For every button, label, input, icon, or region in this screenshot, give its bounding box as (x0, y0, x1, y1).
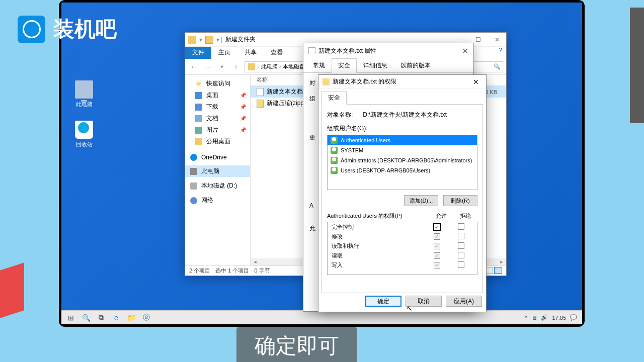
properties-titlebar[interactable]: 新建文本文档.txt 属性 ✕ (303, 43, 473, 58)
close-button[interactable]: ✕ (470, 78, 482, 86)
nav-forward-button[interactable]: → (202, 63, 213, 71)
cloud-icon (190, 154, 197, 161)
task-view-button[interactable]: ⧉ (94, 311, 109, 324)
user-group-icon (331, 157, 338, 164)
permission-row: 写入 (328, 260, 477, 270)
sidebar-downloads[interactable]: 下载📌 (185, 101, 250, 113)
deny-checkbox[interactable] (458, 252, 464, 258)
remove-button[interactable]: 删除(R) (443, 195, 477, 206)
subtitle: 确定即可 (236, 327, 357, 362)
folder-open-icon (205, 36, 213, 44)
add-button[interactable]: 添加(D)... (404, 195, 438, 206)
tab-view[interactable]: 查看 (264, 47, 290, 59)
tab-general[interactable]: 常规 (306, 58, 332, 73)
minimize-button[interactable]: — (453, 36, 465, 43)
sidebar-pictures[interactable]: 图片📌 (185, 124, 250, 136)
brand-logo (18, 16, 45, 43)
sidebar-public-desktop[interactable]: 公用桌面 (185, 136, 250, 147)
notifications-icon[interactable]: 💬 (570, 314, 577, 321)
allow-checkbox[interactable] (434, 243, 440, 249)
deny-checkbox[interactable] (458, 242, 464, 249)
deny-checkbox[interactable] (458, 261, 464, 268)
folder-icon (188, 36, 196, 44)
permissions-titlebar[interactable]: 新建文本文档.txt 的权限 ✕ (318, 75, 486, 89)
nav-history-button[interactable]: ▼ (216, 64, 227, 69)
text-file-icon (308, 47, 315, 54)
search-icon[interactable]: 🔍 (494, 63, 501, 70)
folder-icon (323, 78, 330, 85)
desktop-icon-this-pc[interactable]: 此电脑 (69, 80, 99, 108)
user-group-icon (331, 137, 338, 144)
ie-button[interactable]: ⓔ (139, 311, 154, 324)
sidebar-local-disk[interactable]: 本地磁盘 (D:) (185, 180, 250, 192)
star-icon (195, 80, 202, 87)
allow-checkbox[interactable] (434, 262, 440, 268)
allow-checkbox[interactable] (434, 224, 440, 230)
user-group-icon (331, 167, 338, 174)
recycle-bin-icon (75, 121, 93, 139)
allow-checkbox[interactable] (434, 252, 440, 259)
folder-icon (195, 138, 202, 145)
sidebar-this-pc[interactable]: 此电脑 (185, 165, 250, 177)
desktop[interactable]: 此电脑 回收站 ▾ ▾ | 新建文件夹 — ☐ ✕ 文件 主页 共享 查看 (61, 3, 582, 324)
brand-name: 装机吧 (53, 15, 117, 43)
users-list[interactable]: Authenticated Users SYSTEM Administrator… (327, 135, 477, 190)
user-item[interactable]: Users (DESKTOP-ARRGB05\Users) (328, 165, 477, 175)
permissions-list[interactable]: 完全控制 修改 读取和执行 读取 (327, 222, 477, 275)
explorer-button[interactable]: 📁 (124, 311, 139, 324)
close-button[interactable]: ✕ (462, 46, 468, 56)
cancel-button[interactable]: 取消 (406, 296, 442, 307)
scroll-right-button[interactable]: ► (498, 259, 505, 264)
sidebar-network[interactable]: 网络 (185, 195, 250, 206)
sidebar-quick-access[interactable]: 快速访问 (185, 78, 250, 89)
allow-checkbox[interactable] (434, 233, 440, 240)
allow-header: 允许 (429, 212, 453, 220)
permission-row: 读取 (328, 251, 477, 260)
deny-checkbox[interactable] (458, 223, 464, 230)
disk-icon (190, 183, 197, 190)
tab-security[interactable]: 安全 (332, 58, 357, 73)
folder-icon (248, 63, 255, 70)
volume-icon[interactable]: 🔊 (541, 314, 548, 321)
maximize-button[interactable]: ☐ (472, 36, 484, 43)
edge-button[interactable]: e (109, 311, 124, 324)
ok-button[interactable]: 确定 (365, 296, 401, 307)
deny-checkbox[interactable] (458, 233, 464, 239)
pictures-icon (195, 127, 202, 134)
sidebar-desktop[interactable]: 桌面📌 (185, 89, 250, 101)
clock[interactable]: 17:05 (552, 315, 566, 321)
tab-previous-versions[interactable]: 以前的版本 (394, 58, 437, 73)
taskbar[interactable]: ⊞ 🔍 ⧉ e 📁 ⓔ ^ 🖥 🔊 17:05 💬 (61, 310, 582, 324)
apply-button[interactable]: 应用(A) (446, 296, 482, 307)
permissions-for-label: Authenticated Users 的权限(P) (327, 212, 429, 220)
tab-security[interactable]: 安全 (321, 91, 347, 105)
download-icon (195, 104, 202, 111)
scroll-left-button[interactable]: ◄ (252, 259, 259, 264)
sidebar-documents[interactable]: 文档📌 (185, 113, 250, 124)
user-item[interactable]: SYSTEM (328, 145, 477, 155)
network-icon[interactable]: 🖥 (531, 315, 537, 321)
tab-details[interactable]: 详细信息 (357, 58, 394, 73)
permission-row: 修改 (328, 232, 477, 241)
document-icon (195, 115, 202, 122)
tab-file[interactable]: 文件 (185, 47, 211, 59)
nav-up-button[interactable]: ↑ (230, 63, 242, 71)
user-item[interactable]: Administrators (DESKTOP-ARRGB05\Administ… (328, 155, 477, 165)
permissions-title: 新建文本文档.txt 的权限 (333, 77, 396, 86)
search-button[interactable]: 🔍 (78, 311, 94, 324)
desktop-icon-recycle-bin[interactable]: 回收站 (69, 121, 99, 148)
network-icon (190, 197, 197, 204)
tab-share[interactable]: 共享 (237, 47, 264, 59)
explorer-title: 新建文件夹 (225, 35, 256, 44)
tab-home[interactable]: 主页 (211, 47, 237, 59)
close-button[interactable]: ✕ (491, 36, 503, 43)
user-item[interactable]: Authenticated Users (328, 135, 477, 145)
object-path: D:\新建文件夹\新建文本文档.txt (363, 111, 447, 118)
chevron-up-icon[interactable]: ^ (525, 315, 527, 321)
sidebar-onedrive[interactable]: OneDrive (185, 152, 250, 162)
permission-row: 完全控制 (328, 222, 477, 232)
nav-back-button[interactable]: ← (188, 63, 199, 71)
help-icon[interactable]: ? (499, 47, 502, 59)
view-icons-button[interactable] (494, 267, 502, 274)
start-button[interactable]: ⊞ (63, 311, 78, 324)
